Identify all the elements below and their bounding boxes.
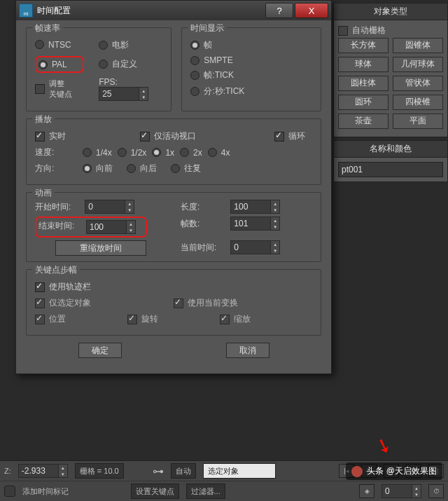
ok-button[interactable]: 确定 xyxy=(78,343,122,358)
prim-pyramid[interactable]: 四棱锥 xyxy=(393,95,443,110)
fps-spinner[interactable]: ▲▼ xyxy=(99,87,148,101)
anim-legend: 动画 xyxy=(32,187,55,199)
len-spinner[interactable]: ▲▼ xyxy=(230,200,280,214)
set-key[interactable]: 设置关键点 xyxy=(131,483,179,499)
app-icon: m xyxy=(19,4,33,18)
spd-1[interactable]: 1/2x xyxy=(118,148,147,158)
ks-trackbar[interactable]: 使用轨迹栏 xyxy=(35,281,91,293)
td-mmss[interactable]: 分:秒:TICK xyxy=(190,85,244,97)
add-time-tag[interactable]: 添加时间标记 xyxy=(22,486,69,497)
z-label: Z: xyxy=(4,467,11,475)
end-label: 结束时间: xyxy=(38,220,86,234)
count-label: 帧数: xyxy=(181,218,228,230)
ks-pos[interactable]: 位置 xyxy=(35,313,120,325)
spd-3[interactable]: 2x xyxy=(180,148,202,158)
prim-tube[interactable]: 管状体 xyxy=(393,76,443,91)
playback-legend: 播放 xyxy=(32,114,55,125)
object-name-field[interactable] xyxy=(338,162,443,177)
close-button[interactable]: X xyxy=(295,3,328,18)
time-display-legend: 时间显示 xyxy=(188,22,227,34)
rate-custom[interactable]: 自定义 xyxy=(99,58,137,70)
keymode-icon[interactable]: ◈ xyxy=(359,484,374,498)
pb-activeonly[interactable]: 仅活动视口 xyxy=(140,130,267,142)
ks-curxform[interactable]: 使用当前变换 xyxy=(174,297,305,309)
cancel-button[interactable]: 取消 xyxy=(226,343,270,358)
autogrid-check[interactable]: 自动栅格 xyxy=(338,25,386,36)
side-head-name: 名称和颜色 xyxy=(333,140,448,158)
spd-4[interactable]: 4x xyxy=(208,148,230,158)
ks-selonly[interactable]: 仅选定对象 xyxy=(35,297,167,309)
adjust-keys-check[interactable]: 调整 关键点 xyxy=(35,78,72,99)
annotation-arrow: ➘ xyxy=(372,432,396,460)
prim-cylinder[interactable]: 圆柱体 xyxy=(338,76,388,91)
prim-geosphere[interactable]: 几何球体 xyxy=(393,57,443,72)
fps-label: FPS: xyxy=(99,77,118,87)
rate-film[interactable]: 电影 xyxy=(99,39,129,51)
dir-label: 方向: xyxy=(35,163,83,174)
ks-rot[interactable]: 旋转 xyxy=(127,313,213,325)
frame-rate-legend: 帧速率 xyxy=(32,22,63,34)
prim-box[interactable]: 长方体 xyxy=(338,38,388,53)
count-spinner[interactable]: ▲▼ xyxy=(230,217,280,231)
prim-sphere[interactable]: 球体 xyxy=(338,57,388,72)
start-label: 开始时间: xyxy=(35,201,83,213)
rate-pal[interactable]: PAL xyxy=(38,60,67,69)
auto-key[interactable]: 自动 xyxy=(171,463,196,479)
prim-cone[interactable]: 圆锥体 xyxy=(393,38,443,53)
key-filters[interactable]: 过滤器... xyxy=(186,483,225,499)
frame-spinner[interactable]: ▲▼ xyxy=(382,484,421,498)
spd-0[interactable]: 1/4x xyxy=(83,148,112,158)
prim-teapot[interactable]: 茶壶 xyxy=(338,114,388,129)
cur-label: 当前时间: xyxy=(181,242,228,254)
time-config-button[interactable]: ⏱ xyxy=(428,484,444,498)
td-frametick[interactable]: 帧:TICK xyxy=(190,69,234,81)
len-label: 长度: xyxy=(181,201,228,213)
z-spinner[interactable]: ▲▼ xyxy=(18,464,68,478)
tag-icon[interactable] xyxy=(4,486,15,497)
prim-torus[interactable]: 圆环 xyxy=(338,95,388,110)
end-spinner[interactable]: ▲▼ xyxy=(86,220,136,234)
cur-spinner[interactable]: ▲▼ xyxy=(230,240,280,254)
prim-plane[interactable]: 平面 xyxy=(393,114,443,129)
keystep-legend: 关键点步幅 xyxy=(32,264,80,276)
grid-readout: 栅格 = 10.0 xyxy=(75,463,124,479)
side-head-types: 对象类型 xyxy=(333,3,448,20)
dir-1[interactable]: 向后 xyxy=(127,163,157,174)
start-spinner[interactable]: ▲▼ xyxy=(85,200,134,214)
object-name-input[interactable] xyxy=(339,165,448,174)
time-config-dialog: m 时间配置 ? X 帧速率 NTSC 电影 PAL 自定义 调整 关键点 FP… xyxy=(15,0,332,374)
speed-label: 速度: xyxy=(35,146,83,158)
watermark: 头条 @天启效果图 xyxy=(346,462,442,480)
rate-ntsc[interactable]: NTSC xyxy=(35,40,71,50)
avatar-icon xyxy=(351,466,363,477)
dir-0[interactable]: 向前 xyxy=(83,163,113,174)
key-icon[interactable]: ⊶ xyxy=(153,465,164,478)
ks-scl[interactable]: 缩放 xyxy=(220,313,305,325)
spd-2[interactable]: 1x xyxy=(152,148,174,158)
td-smpte[interactable]: SMPTE xyxy=(190,55,232,65)
td-frames[interactable]: 帧 xyxy=(190,39,212,51)
dialog-title: 时间配置 xyxy=(37,5,71,17)
pb-realtime[interactable]: 实时 xyxy=(35,130,133,142)
key-target[interactable]: 选定对象 xyxy=(203,463,276,479)
rescale-button[interactable]: 重缩放时间 xyxy=(55,240,146,256)
help-button[interactable]: ? xyxy=(265,3,293,18)
pb-loop[interactable]: 循环 xyxy=(274,130,305,142)
dir-2[interactable]: 往复 xyxy=(171,163,201,174)
